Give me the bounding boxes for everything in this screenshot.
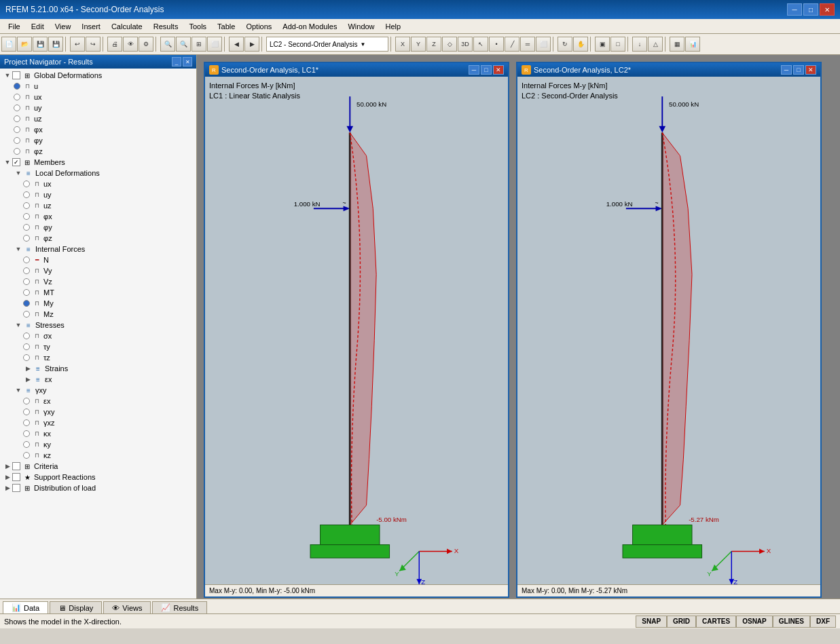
status-glines[interactable]: GLINES [773, 615, 810, 628]
menu-item-results[interactable]: Results [148, 21, 184, 32]
tree-item-stresses[interactable]: ▼ ≡ Stresses [0, 320, 196, 330]
radio-luz[interactable] [23, 202, 30, 209]
radio-iMz[interactable] [23, 311, 30, 318]
print-button[interactable]: 🖨 [107, 37, 122, 52]
tree-item-iMT[interactable]: ⊓ MT [0, 287, 196, 298]
rotate-button[interactable]: ↻ [558, 37, 572, 52]
next-button[interactable]: ▶ [244, 37, 259, 52]
tree-item-lphiz[interactable]: ⊓ φz [0, 233, 196, 244]
support-button[interactable]: △ [648, 37, 663, 52]
tree-item-ssigx[interactable]: ⊓ σx [0, 330, 196, 341]
aw-left-minimize[interactable]: ─ [469, 65, 479, 75]
tree-item-uz[interactable]: ⊓ uz [0, 113, 196, 124]
tree-item-strains[interactable]: ▼ ≡ γxy [0, 385, 196, 396]
expander-distribution-of-load[interactable]: ▶ [3, 483, 12, 493]
status-dxf[interactable]: DXF [810, 615, 836, 628]
radio-iVy[interactable] [23, 267, 30, 274]
tree-item-stauy[interactable]: ⊓ τy [0, 341, 196, 352]
tree-item-iVy[interactable]: ⊓ Vy [0, 265, 196, 276]
radio-phiy[interactable] [14, 137, 20, 144]
radio-lux[interactable] [23, 181, 30, 187]
zoom-in-button[interactable]: 🔍 [160, 37, 175, 52]
tree-item-u[interactable]: ⊓ u [0, 81, 196, 92]
new-button[interactable]: 📄 [1, 37, 16, 52]
checkbox-distribution-of-load[interactable] [12, 484, 20, 492]
view-z-button[interactable]: Z [426, 37, 441, 52]
radio-lphiz[interactable] [23, 235, 30, 242]
properties-button[interactable]: ⚙ [139, 37, 153, 52]
tree-item-uy[interactable]: ⊓ uy [0, 102, 196, 113]
tab-data[interactable]: 📊 Data [3, 601, 48, 613]
view-y-button[interactable]: Y [411, 37, 426, 52]
expander-members[interactable]: ▼ [3, 157, 12, 167]
expander-support-reactions[interactable]: ▶ [3, 472, 12, 482]
tree-item-global-deformations[interactable]: ▼ ⊞ Global Deformations [0, 70, 196, 81]
tree-item-support-reactions[interactable]: ▶ ★ Support Reactions [0, 472, 196, 482]
zoom-window-button[interactable]: ⬜ [207, 37, 222, 52]
nav-close-button[interactable]: ✕ [183, 57, 192, 67]
expander-global-deformations[interactable]: ▼ [3, 71, 12, 80]
tree-item-luy[interactable]: ⊓ uy [0, 189, 196, 200]
tree-item-lphiy[interactable]: ⊓ φy [0, 222, 196, 233]
tree-item-sgamxy[interactable]: ⊓ γxy [0, 406, 196, 417]
status-grid[interactable]: GRID [667, 615, 696, 628]
radio-stauz[interactable] [23, 354, 30, 361]
expander-strains[interactable]: ▼ [14, 385, 23, 395]
radio-sgamxz[interactable] [23, 419, 30, 426]
aw-left-maximize[interactable]: □ [481, 65, 492, 75]
tree-item-distribution-of-load[interactable]: ▶ ⊞ Distribution of load [0, 482, 196, 493]
radio-sky[interactable] [23, 441, 30, 448]
tree-item-iVz[interactable]: ⊓ Vz [0, 276, 196, 287]
radio-sgamxy[interactable] [23, 409, 30, 415]
close-button[interactable]: ✕ [820, 3, 835, 16]
prev-button[interactable]: ◀ [229, 37, 244, 52]
menu-item-table[interactable]: Table [212, 21, 240, 32]
nav-minimize-button[interactable]: _ [172, 57, 181, 67]
menu-item-edit[interactable]: Edit [26, 21, 50, 32]
checkbox-support-reactions[interactable] [12, 473, 20, 481]
menu-item-view[interactable]: View [50, 21, 77, 32]
menu-item-file[interactable]: File [3, 21, 26, 32]
menu-item-window[interactable]: Window [342, 21, 380, 32]
print-prev-button[interactable]: 👁 [123, 37, 138, 52]
tab-views[interactable]: 👁 Views [103, 601, 151, 613]
radio-uz[interactable] [14, 115, 20, 122]
analysis-window-right-content[interactable]: Internal Forces M-y [kNm] LC2 : Second-O… [517, 77, 820, 584]
line-button[interactable]: ╱ [505, 37, 519, 52]
expander-elastic-equiv[interactable]: ▶ [23, 375, 33, 384]
member-button[interactable]: ═ [520, 37, 535, 52]
radio-phiz[interactable] [14, 148, 20, 155]
radio-ux[interactable] [14, 94, 20, 100]
aw-right-minimize[interactable]: ─ [781, 65, 792, 75]
menu-item-options[interactable]: Options [240, 21, 277, 32]
menu-item-insert[interactable]: Insert [76, 21, 106, 32]
status-snap[interactable]: SNAP [636, 615, 667, 628]
wireframe-button[interactable]: □ [610, 37, 625, 52]
lc-dropdown[interactable]: LC2 - Second-Order Analysis ▼ [266, 37, 388, 52]
expander-stresses[interactable]: ▼ [14, 320, 23, 330]
view-iso-button[interactable]: ◇ [442, 37, 457, 52]
radio-ssigx[interactable] [23, 333, 30, 339]
tree-item-members[interactable]: ▼ ⊞ Members [0, 157, 196, 168]
radio-u[interactable] [14, 83, 20, 90]
expander-criteria[interactable]: ▶ [3, 461, 12, 471]
status-cartes[interactable]: CARTES [696, 615, 736, 628]
load-button[interactable]: ↓ [632, 37, 647, 52]
analysis-window-left-content[interactable]: Internal Forces M-y [kNm] LC1 : Linear S… [205, 77, 508, 584]
expander-elastic-stress[interactable]: ▶ [23, 364, 33, 373]
diagram-button[interactable]: 📊 [685, 37, 700, 52]
view-3d-button[interactable]: 3D [458, 37, 473, 52]
view-x-button[interactable]: X [395, 37, 410, 52]
tree-item-stauz[interactable]: ⊓ τz [0, 352, 196, 363]
radio-sex[interactable] [23, 398, 30, 404]
radio-lphix[interactable] [23, 213, 30, 220]
undo-button[interactable]: ↩ [70, 37, 85, 52]
checkbox-criteria[interactable] [12, 462, 20, 470]
tree-item-phiz[interactable]: ⊓ φz [0, 146, 196, 157]
radio-skx[interactable] [23, 430, 30, 437]
radio-uy[interactable] [14, 105, 20, 111]
radio-luy[interactable] [23, 191, 30, 198]
tree-item-sky[interactable]: ⊓ κy [0, 439, 196, 450]
table-button[interactable]: ▦ [670, 37, 684, 52]
expander-internal-forces[interactable]: ▼ [14, 244, 23, 254]
